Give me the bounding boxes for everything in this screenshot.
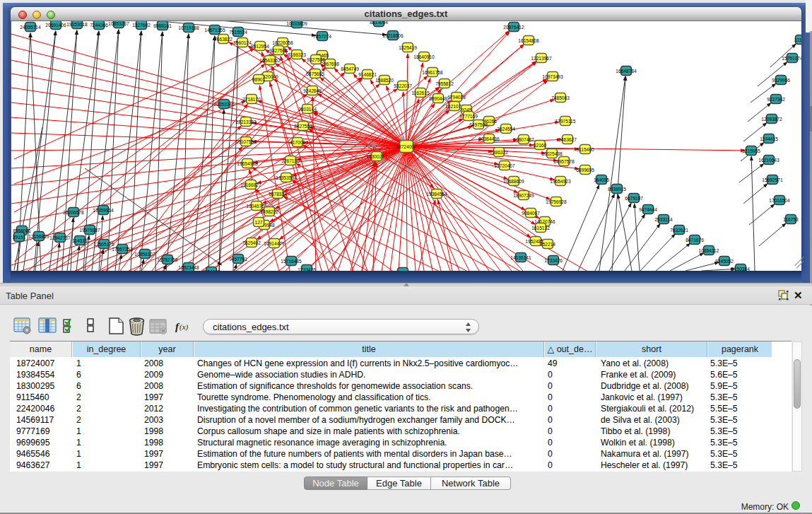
svg-text:20053346: 20053346 [213,102,235,107]
svg-text:(x): (x) [180,322,189,332]
svg-text:62160: 62160 [534,143,547,148]
svg-text:16543362: 16543362 [259,58,281,63]
svg-text:18724007: 18724007 [396,144,417,149]
svg-text:7485063: 7485063 [551,95,570,100]
svg-text:8990448: 8990448 [429,96,447,101]
svg-text:12156829: 12156829 [28,234,49,239]
svg-text:19384554: 19384554 [426,192,447,197]
svg-text:8813054: 8813054 [370,21,388,25]
svg-text:12213967: 12213967 [531,56,552,61]
svg-text:10958107: 10958107 [134,252,155,257]
svg-text:16914479: 16914479 [264,241,285,246]
svg-text:9777169: 9777169 [459,114,478,119]
svg-text:9245052: 9245052 [715,259,734,264]
svg-text:5878334: 5878334 [269,192,287,197]
svg-text:10807487: 10807487 [513,137,534,142]
svg-text:7386322: 7386322 [490,150,508,155]
svg-text:1244415: 1244415 [760,136,778,141]
svg-text:18907249: 18907249 [513,193,534,198]
svg-text:12093: 12093 [396,270,410,271]
svg-text:7663822: 7663822 [214,37,233,42]
svg-text:114519: 114519 [72,238,88,243]
svg-text:19218506: 19218506 [382,33,404,38]
svg-text:5875685: 5875685 [306,71,324,76]
svg-text:12213383: 12213383 [235,119,257,124]
svg-text:7857274: 7857274 [313,34,331,39]
svg-text:98901: 98901 [252,77,266,82]
svg-text:17016504: 17016504 [769,198,790,203]
svg-text:8427552: 8427552 [294,124,312,129]
svg-text:19975887: 19975887 [79,228,100,233]
svg-text:10688609: 10688609 [503,179,524,184]
svg-text:9227342: 9227342 [767,97,785,102]
svg-text:19153018: 19153018 [66,22,88,27]
svg-text:15692971: 15692971 [762,177,783,182]
svg-text:12505175: 12505175 [93,242,114,247]
svg-text:8186323: 8186323 [288,52,306,57]
svg-text:7515524: 7515524 [229,30,247,35]
svg-text:20876412: 20876412 [503,25,524,30]
svg-text:19654923: 19654923 [550,179,571,184]
svg-text:8471676: 8471676 [686,238,704,243]
svg-text:2803144: 2803144 [298,107,317,112]
svg-text:9242845: 9242845 [303,88,322,93]
svg-text:16210643: 16210643 [758,158,779,163]
svg-text:9146821: 9146821 [358,72,377,77]
svg-text:15716485: 15716485 [281,259,302,264]
svg-text:1327602: 1327602 [132,23,151,28]
svg-text:16033809: 16033809 [286,21,307,26]
svg-text:16782759: 16782759 [157,257,178,262]
svg-text:3624554: 3624554 [497,127,515,132]
svg-text:11121: 11121 [794,37,801,42]
svg-text:10653267: 10653267 [108,21,129,26]
svg-text:9327503: 9327503 [269,48,288,53]
svg-text:7625402: 7625402 [242,240,261,245]
svg-text:164095: 164095 [594,177,609,182]
svg-text:8454749: 8454749 [341,66,359,71]
svg-text:12093872: 12093872 [761,117,782,122]
svg-text:19654988: 19654988 [237,161,258,166]
svg-text:8912954: 8912954 [251,44,269,49]
svg-text:9329966: 9329966 [772,78,790,83]
svg-text:12923448: 12923448 [178,265,199,270]
svg-text:7955812: 7955812 [435,81,454,86]
svg-text:20691406: 20691406 [45,23,66,28]
svg-text:2718170: 2718170 [242,97,261,102]
svg-text:17975115: 17975115 [555,119,576,124]
svg-text:7654103: 7654103 [202,269,220,271]
svg-text:1615132: 1615132 [531,226,550,230]
svg-text:417006: 417006 [290,140,305,145]
svg-text:17957253: 17957253 [112,247,133,252]
svg-text:1733426: 1733426 [298,267,316,271]
svg-text:14957578: 14957578 [553,159,575,164]
svg-text:2933114: 2933114 [654,217,673,222]
svg-text:9474444: 9474444 [639,207,657,212]
svg-text:14136141: 14136141 [510,255,531,260]
svg-text:116753: 116753 [783,217,799,222]
svg-text:16154808: 16154808 [518,38,539,43]
svg-text:7632621: 7632621 [670,228,688,233]
svg-text:1733426: 1733426 [544,258,563,263]
svg-text:24055714: 24055714 [20,25,41,30]
svg-text:8960124: 8960124 [233,40,252,45]
svg-text:1162615: 1162615 [411,90,430,95]
svg-text:9115460: 9115460 [576,147,594,152]
svg-text:5322037: 5322037 [394,83,412,88]
svg-text:127: 127 [254,220,262,225]
svg-text:9457791: 9457791 [229,257,247,262]
svg-text:2967608: 2967608 [321,62,339,66]
svg-text:9084067: 9084067 [522,211,540,216]
svg-text:14671355: 14671355 [204,28,225,33]
svg-text:15720407: 15720407 [494,163,515,168]
svg-text:13353594: 13353594 [276,175,297,180]
svg-text:252214: 252214 [540,242,555,247]
svg-text:6794028: 6794028 [447,95,466,100]
svg-text:20364436: 20364436 [478,136,500,141]
svg-text:6497508: 6497508 [469,122,488,127]
svg-text:18226058: 18226058 [272,40,293,45]
svg-text:6899695: 6899695 [576,168,594,173]
svg-text:18640910: 18640910 [413,54,435,59]
svg-text:20206578: 20206578 [63,210,84,215]
svg-text:8938915: 8938915 [608,187,626,192]
svg-text:39151: 39151 [13,235,26,240]
